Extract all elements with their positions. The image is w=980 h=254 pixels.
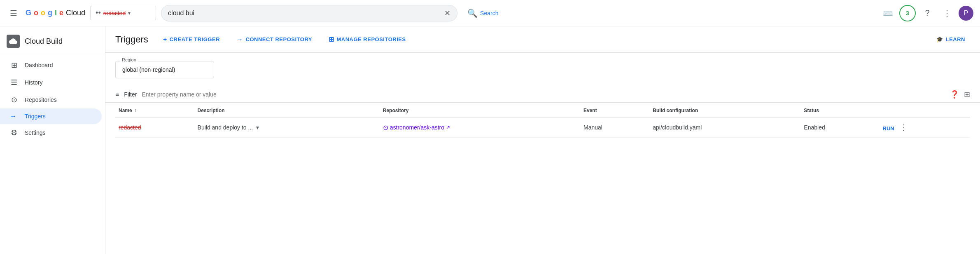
help-icon: ? [925,8,929,18]
terminal-icon-button[interactable]: ⌨️ [880,5,896,21]
project-selector[interactable]: •• redacted ▾ [90,6,156,20]
col-header-build-config: Build configuration [649,103,800,117]
main-layout: Cloud Build ⊞ Dashboard ☰ History ⊙ Repo… [0,26,980,254]
page-title: Triggers [115,34,148,45]
col-header-actions [876,103,971,117]
filter-icon: ≡ [115,91,119,98]
filter-right-controls: ❓ ⊞ [950,90,970,99]
manage-repositories-button[interactable]: ⊞ MANAGE REPOSITORIES [324,33,411,46]
avatar-letter: P [964,9,968,17]
search-bar: ✕ [161,5,457,21]
sidebar-item-history[interactable]: ☰ History [0,74,102,91]
more-vert-icon: ⋮ [943,8,951,18]
col-event-label: Event [583,108,597,113]
sidebar-item-dashboard[interactable]: ⊞ Dashboard [0,56,102,74]
run-button[interactable]: RUN [880,124,898,133]
repository-link[interactable]: ⊙ astronomer/ask-astro ↗ [383,124,577,132]
search-clear-icon[interactable]: ✕ [444,9,450,18]
logo-letter-g2: g [48,9,52,17]
filter-label: Filter [124,91,137,98]
more-options-button[interactable]: ⋮ [899,123,908,132]
help-icon-button[interactable]: ? [919,5,936,21]
history-icon: ☰ [10,78,18,87]
filter-columns-icon[interactable]: ⊞ [964,90,970,99]
top-navigation: ☰ Google Cloud •• redacted ▾ ✕ 🔍 Search … [0,0,980,26]
trigger-actions-cell: RUN ⋮ [876,117,971,138]
triggers-table: Name ↑ Description Repository Event [115,103,970,138]
trigger-name-link[interactable]: redacted [119,124,141,131]
learn-button[interactable]: 🎓 LEARN [931,34,970,45]
trigger-event-cell: Manual [580,117,649,138]
trigger-description-text: Build and deploy to ... [198,124,253,131]
sidebar-item-label-settings: Settings [25,129,46,136]
sort-arrow-icon: ↑ [134,108,137,113]
col-repository-label: Repository [383,108,409,113]
filter-input[interactable] [142,91,945,98]
google-cloud-logo: Google Cloud [26,9,85,17]
hamburger-menu-icon[interactable]: ☰ [7,5,21,21]
search-button[interactable]: 🔍 Search [462,6,503,21]
filter-help-icon[interactable]: ❓ [950,90,959,99]
terminal-icon: ⌨️ [883,8,893,18]
logo-cloud-text: Cloud [66,9,85,17]
triggers-table-container: Name ↑ Description Repository Event [105,103,980,138]
region-section: Region global (non-regional) us-central1… [105,53,980,87]
github-icon: ⊙ [383,124,388,132]
region-label: Region [120,57,138,62]
sidebar-item-repositories[interactable]: ⊙ Repositories [0,91,102,108]
trigger-description-cell: Build and deploy to ... ▾ [194,117,380,138]
repository-name: astronomer/ask-astro [390,124,444,131]
col-header-event: Event [580,103,649,117]
sidebar-header: Cloud Build [0,30,105,53]
search-icon: 🔍 [467,8,478,18]
project-name: redacted [103,10,126,16]
sidebar-item-label-repositories: Repositories [25,96,57,103]
description-expand-icon[interactable]: ▾ [256,124,259,131]
description-container: Build and deploy to ... ▾ [198,124,376,131]
trigger-status-cell: Enabled [800,117,876,138]
external-link-icon: ↗ [446,125,450,130]
col-header-status: Status [800,103,876,117]
learn-icon: 🎓 [936,36,943,42]
sidebar-item-label-dashboard: Dashboard [25,62,53,68]
search-input[interactable] [168,9,441,17]
create-trigger-button[interactable]: + CREATE TRIGGER [158,33,225,46]
sidebar: Cloud Build ⊞ Dashboard ☰ History ⊙ Repo… [0,26,105,254]
notification-count: 3 [906,10,909,16]
page-header: Triggers + CREATE TRIGGER → CONNECT REPO… [105,26,980,53]
more-options-icon-button[interactable]: ⋮ [939,5,955,21]
sidebar-title: Cloud Build [25,37,63,46]
filter-bar: ≡ Filter ❓ ⊞ [105,87,980,103]
region-select-wrapper: Region global (non-regional) us-central1… [115,61,214,78]
table-row: redacted Build and deploy to ... ▾ ⊙ as [115,117,970,138]
cloud-build-logo-icon [7,35,20,48]
col-header-repository: Repository [380,103,580,117]
trigger-name-cell: redacted [115,117,194,138]
col-status-label: Status [804,108,819,113]
trigger-build-config-cell: api/cloudbuild.yaml [649,117,800,138]
user-avatar[interactable]: P [959,6,973,21]
repositories-icon: ⊙ [10,95,18,104]
nav-icons-group: ⌨️ 3 ? ⋮ P [880,5,973,21]
logo-letter-g: G [26,9,31,17]
sidebar-item-triggers[interactable]: → Triggers [0,108,102,124]
create-trigger-plus-icon: + [163,36,167,43]
trigger-event-value: Manual [583,124,602,131]
col-header-description: Description [194,103,380,117]
logo-letter-o1: o [34,9,38,17]
col-description-label: Description [198,108,225,113]
project-chevron-icon: ▾ [128,10,131,16]
col-header-name[interactable]: Name ↑ [115,103,194,117]
project-dots-icon: •• [96,9,101,17]
settings-icon: ⚙ [10,128,18,137]
sidebar-item-settings[interactable]: ⚙ Settings [0,124,102,141]
logo-letter-e: e [59,9,63,17]
logo-letter-o2: o [41,9,45,17]
trigger-build-config-value: api/cloudbuild.yaml [653,124,702,131]
connect-repository-button[interactable]: → CONNECT REPOSITORY [231,33,317,46]
notification-badge[interactable]: 3 [899,5,916,21]
table-body: redacted Build and deploy to ... ▾ ⊙ as [115,117,970,138]
col-name-label: Name [119,108,132,113]
region-select[interactable]: global (non-regional) us-central1 us-eas… [115,61,214,78]
main-content: Triggers + CREATE TRIGGER → CONNECT REPO… [105,26,980,254]
